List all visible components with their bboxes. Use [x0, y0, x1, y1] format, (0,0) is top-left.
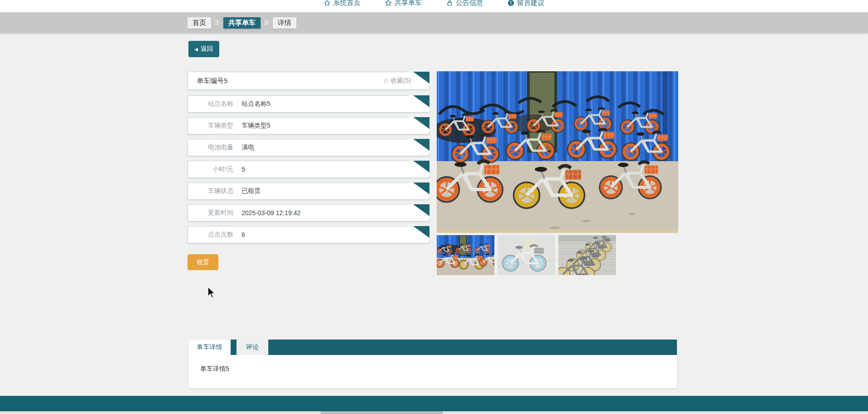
corner-ribbon — [409, 139, 429, 153]
tab-panel-content: 单车详情5 — [188, 355, 677, 388]
breadcrumb-item-detail[interactable]: 详情 — [273, 17, 296, 29]
field-value: 车辆类型5 — [242, 122, 271, 130]
field-value: 已租赁 — [242, 187, 261, 195]
alert-icon: ! — [508, 0, 514, 6]
favorite-count: 收藏(5) — [390, 77, 411, 85]
tab-bar: 单车详情 评论 — [188, 340, 677, 355]
field-label: 车辆类型 — [188, 122, 233, 130]
field-value: 6 — [242, 231, 245, 238]
breadcrumb: 首页 ☰ 共享单车 ☰ 详情 — [187, 17, 296, 29]
tab-gap — [231, 340, 237, 355]
bike-main-photo — [437, 71, 678, 233]
thumbnail-orange-bikes[interactable] — [437, 235, 494, 275]
field-value: 站点名称5 — [242, 100, 271, 108]
nav-item-label: 留言建议 — [517, 0, 544, 7]
field-label: 电池电量 — [188, 143, 233, 152]
svg-text:!: ! — [510, 0, 512, 5]
field-row-updated: 更新时间 2025-03-09 12:19:42 — [187, 204, 429, 222]
breadcrumb-item-shared-bike[interactable]: 共享单车 — [223, 17, 261, 29]
field-row-type: 车辆类型 车辆类型5 — [187, 117, 429, 134]
bike-title: 单车编号5 — [197, 77, 227, 85]
bike-detail-text: 单车详情5 — [200, 365, 229, 372]
corner-ribbon — [409, 182, 429, 197]
corner-ribbon — [409, 161, 429, 175]
tab-bike-detail[interactable]: 单车详情 — [188, 340, 231, 355]
field-label: 更新时间 — [188, 209, 233, 217]
field-label: 小时/元 — [188, 165, 233, 173]
top-navigation: 系统首页 共享单车 公告信息 ! 留言建议 — [0, 0, 868, 12]
breadcrumb-item-home[interactable]: 首页 — [187, 17, 211, 29]
tab-comments[interactable]: 评论 — [237, 340, 268, 355]
rent-button[interactable]: 租赁 — [187, 254, 218, 270]
field-value: 5 — [242, 166, 245, 173]
lock-icon — [446, 0, 453, 6]
field-row-clicks: 点击次数 6 — [187, 226, 429, 243]
breadcrumb-separator-icon: ☰ — [264, 20, 269, 25]
field-value: 满电 — [242, 143, 254, 152]
thumbnail-strip — [437, 235, 616, 275]
nav-item-announcements[interactable]: 公告信息 — [446, 0, 483, 7]
breadcrumb-separator-icon: ☰ — [215, 20, 220, 25]
field-label: 车辆状态 — [188, 187, 233, 195]
field-label: 站点名称 — [188, 100, 233, 108]
thumbnail-yellow-bikes[interactable] — [558, 235, 616, 275]
field-label: 点击次数 — [188, 231, 233, 239]
back-arrow-icon: ◀ — [194, 47, 198, 52]
mouse-cursor — [207, 286, 217, 301]
breadcrumb-bar: 首页 ☰ 共享单车 ☰ 详情 — [0, 12, 868, 33]
back-button[interactable]: ◀ 返回 — [188, 41, 219, 57]
corner-ribbon — [409, 72, 429, 86]
corner-ribbon — [409, 117, 429, 132]
bike-title-row: 单车编号5 ☆ 收藏(5) — [187, 72, 429, 90]
star-icon: ☆ — [383, 77, 389, 84]
bottom-edge-strip — [0, 411, 868, 414]
field-row-status: 车辆状态 已租赁 — [187, 182, 429, 200]
nav-item-feedback[interactable]: ! 留言建议 — [508, 0, 544, 7]
home-icon — [324, 0, 330, 6]
corner-ribbon — [409, 95, 429, 110]
nav-item-label: 公告信息 — [456, 0, 483, 7]
field-value: 2025-03-09 12:19:42 — [242, 209, 301, 217]
corner-ribbon — [409, 226, 429, 241]
favorite-button[interactable]: ☆ 收藏(5) — [383, 77, 411, 85]
nav-item-system-home[interactable]: 系统首页 — [324, 0, 360, 7]
footer-bar — [0, 396, 868, 411]
nav-item-shared-bike[interactable]: 共享单车 — [385, 0, 422, 7]
star-icon — [385, 0, 392, 6]
page: 系统首页 共享单车 公告信息 ! 留言建议 首页 ☰ 共享单车 ☰ 详情 — [0, 0, 868, 414]
field-row-battery: 电池电量 满电 — [187, 139, 429, 156]
nav-item-label: 系统首页 — [333, 0, 360, 7]
back-button-label: 返回 — [201, 45, 213, 53]
field-row-station: 站点名称 站点名称5 — [187, 95, 429, 113]
thumbnail-blue-bike[interactable] — [498, 235, 555, 275]
detail-tabs-panel: 单车详情 评论 单车详情5 — [188, 340, 677, 388]
corner-ribbon — [409, 204, 429, 219]
nav-item-label: 共享单车 — [395, 0, 422, 7]
field-row-price: 小时/元 5 — [187, 161, 429, 178]
bike-detail-card: 单车编号5 ☆ 收藏(5) 站点名称 站点名称5 车辆类型 车辆类型5 电池电量… — [187, 72, 429, 248]
